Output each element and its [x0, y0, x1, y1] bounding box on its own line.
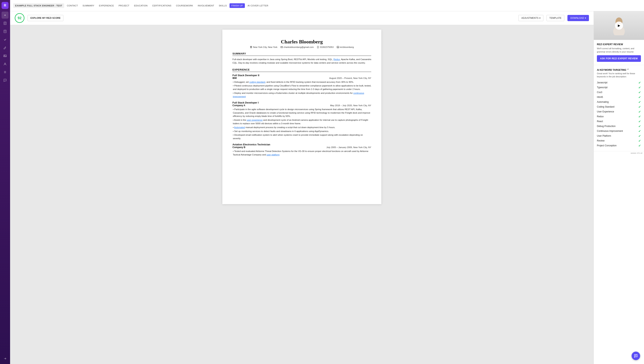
- job-bullet-2-3: • Automated manual deployment process by…: [233, 126, 371, 129]
- resume-area: 92 EXPLORE MY REZI SCORE ADJUSTMENTS ▾ T…: [10, 11, 594, 364]
- job-company-row-1: IBM August 2020 – Present, New York City…: [232, 77, 371, 80]
- job-company-1: IBM: [232, 77, 237, 80]
- nav-item-contact[interactable]: CONTACT: [65, 3, 80, 8]
- keyword-row-review: Review ✔: [597, 138, 641, 143]
- keyword-name-project-conception: Project Conception: [597, 144, 616, 147]
- job-bullets-3: • Tested and evaluated Airborne Threat D…: [233, 150, 371, 156]
- nav-item-coursework[interactable]: COURSEWORK: [174, 3, 195, 8]
- sidebar-icon-plus[interactable]: ＋: [2, 12, 8, 18]
- adjustments-button[interactable]: ADJUSTMENTS ▾: [518, 15, 544, 21]
- job-bullets-2: • Participate in the agile software deve…: [233, 108, 371, 140]
- sidebar-icon-arrow[interactable]: [2, 355, 8, 362]
- keyword-row-typescript: Typescript ✔: [597, 85, 641, 90]
- keyword-check-user-platform: ✔: [638, 134, 641, 138]
- keyword-row-javascript: Javascript ✔: [597, 80, 641, 85]
- keyword-row-user-platform: User Platform ✔: [597, 134, 641, 138]
- job-company-row-2: Company A May 2018 – July 2020, New York…: [232, 104, 371, 107]
- job-item-3: Aviation Electronics Technician Company …: [232, 143, 371, 156]
- resume-wrapper: Charles Bloomberg New York City, New Yor…: [10, 25, 594, 209]
- nav-item-education[interactable]: EDUCATION: [132, 3, 150, 8]
- sidebar-icon-doc2[interactable]: [2, 28, 8, 35]
- resume-email: charlesbloomberg@gmail.com: [280, 46, 314, 48]
- sidebar-icon-edit[interactable]: [2, 44, 8, 51]
- keyword-name-user-platform: User Platform: [597, 134, 611, 137]
- video-thumbnail[interactable]: ▶: [594, 11, 644, 40]
- keyword-check-continuous-improvement: ✔: [638, 129, 641, 133]
- link-coding-standard: coding standard: [249, 81, 265, 83]
- keyword-row-react: React ✔: [597, 119, 641, 124]
- keyword-check-typescript: ✔: [638, 86, 641, 89]
- keyword-name-html5: Html5: [597, 96, 603, 98]
- keyword-row-user-experience: User Experience ✔: [597, 109, 641, 114]
- keyword-check-redux: ✔: [638, 115, 641, 118]
- keyword-check-coding-standard: ✔: [638, 105, 641, 109]
- job-bullet-3-1: • Tested and evaluated Airborne Threat D…: [233, 150, 371, 156]
- job-bullet-2-5: • Developed email notification system to…: [233, 133, 371, 140]
- nav-item-finish-up[interactable]: FINISH UP: [230, 3, 245, 8]
- chat-support-button[interactable]: [632, 352, 640, 360]
- sidebar-logo[interactable]: R: [2, 2, 8, 9]
- job-title-3: Aviation Electronics Technician: [232, 143, 371, 146]
- sidebar-icon-user[interactable]: [2, 60, 8, 68]
- score-circle: 92: [15, 13, 24, 23]
- job-bullet-1-1: • Debugged, set coding standard, and fix…: [233, 80, 371, 84]
- job-bullet-1-3: • Deploy and monitor microservices using…: [233, 92, 371, 98]
- svg-point-10: [4, 63, 6, 64]
- top-navigation: EXAMPLE FULL STACK ENGINEER - TEST CONTA…: [10, 0, 644, 11]
- keyword-check-user-experience: ✔: [638, 110, 641, 114]
- resume-contact-info: New York City, New York charlesbloomberg…: [232, 46, 371, 48]
- link-automated: Automated: [234, 126, 245, 128]
- keyword-name-css3: Css3: [597, 91, 602, 94]
- keyword-name-review: Review: [597, 139, 604, 142]
- link-user-experience: user experience: [247, 119, 263, 121]
- download-button[interactable]: DOWNLOAD ▾: [568, 15, 589, 21]
- link-user-platform: user platform: [266, 154, 280, 156]
- job-company-row-3: Company B July 2005 – January 2009, New …: [232, 146, 371, 149]
- job-title-2: Full Stack Developer I: [232, 101, 371, 104]
- keyword-check-react: ✔: [638, 120, 641, 123]
- nav-item-certifications[interactable]: CERTIFICATIONS: [150, 3, 173, 8]
- resume-phone: 01062375053: [317, 46, 334, 48]
- resume-summary-text: Full-stack developer with expertise in J…: [232, 58, 371, 65]
- explore-score-button[interactable]: EXPLORE MY REZI SCORE: [28, 15, 64, 21]
- version-text: version: 67c.42: [594, 152, 644, 155]
- svg-point-14: [251, 46, 252, 48]
- job-item-2: Full Stack Developer I Company A May 201…: [232, 101, 371, 140]
- job-title-1: Full Stack Developer II: [232, 74, 371, 77]
- content-area: 92 EXPLORE MY REZI SCORE ADJUSTMENTS ▾ T…: [10, 11, 644, 364]
- keyword-name-coding-standard: Coding Standard: [597, 106, 614, 108]
- summary-highlight-redux: Redux: [334, 58, 340, 60]
- sidebar-icon-image[interactable]: [2, 52, 8, 59]
- keyword-name-debug-production: Debug Production: [597, 125, 616, 128]
- sidebar-icon-list[interactable]: [2, 68, 8, 76]
- keyword-check-project-conception: ✔: [638, 144, 641, 148]
- job-company-3: Company B: [232, 146, 246, 149]
- keyword-check-html5: ✔: [638, 95, 641, 99]
- nav-item-involvement[interactable]: INVOLVEMENT: [196, 3, 216, 8]
- svg-point-9: [4, 55, 5, 56]
- keyword-check-debug-production: ✔: [638, 124, 641, 128]
- keyword-row-automating: Automating ✔: [597, 100, 641, 104]
- keyword-name-redux: Redux: [597, 115, 604, 118]
- sidebar-icon-doc1[interactable]: [2, 20, 8, 27]
- resume-candidate-name: Charles Bloomberg: [232, 39, 371, 45]
- nav-item-resume-title[interactable]: EXAMPLE FULL STACK ENGINEER - TEST: [13, 3, 64, 8]
- sidebar-icon-check[interactable]: [2, 36, 8, 43]
- chevron-down-icon: ▾: [539, 17, 540, 20]
- job-date-1: August 2020 – Present, New York City, NY: [329, 77, 371, 79]
- resume-linkedin: in/cbloomberg: [337, 46, 354, 48]
- keyword-row-html5: Html5 ✔: [597, 95, 641, 100]
- nav-item-project[interactable]: PROJECT: [117, 3, 132, 8]
- template-button[interactable]: TEMPLATE: [546, 15, 564, 21]
- nav-item-summary[interactable]: SUMMARY: [81, 3, 96, 8]
- video-play-button[interactable]: ▶: [615, 22, 623, 30]
- sidebar-icon-chat[interactable]: [2, 77, 8, 84]
- keyword-section-title: AI KEYWORD TARGETING v2: [597, 68, 641, 71]
- summary-section-title: SUMMARY: [232, 52, 371, 56]
- link-continuous-improvement: continuous improvement: [233, 92, 364, 98]
- nav-item-skills[interactable]: SKILLS: [217, 3, 229, 8]
- nav-item-experience[interactable]: EXPERIENCE: [97, 3, 116, 8]
- nav-item-ai-cover[interactable]: AI COVER LETTER: [246, 3, 270, 8]
- ask-review-button[interactable]: ASK FOR REZI EXPERT REVIEW: [597, 55, 641, 62]
- experience-section-title: EXPERIENCE: [232, 68, 371, 72]
